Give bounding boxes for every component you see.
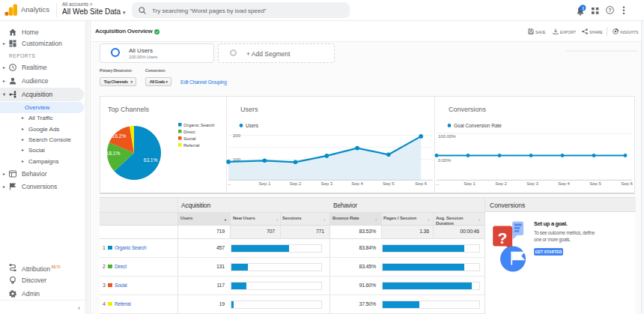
svg-text:Sep 4: Sep 4 xyxy=(558,181,570,186)
svg-text:Social: Social xyxy=(183,136,195,141)
svg-text:200: 200 xyxy=(233,133,241,138)
svg-text:Referral: Referral xyxy=(183,143,199,148)
svg-text:Sep 5: Sep 5 xyxy=(589,181,601,186)
svg-text:Sep 1: Sep 1 xyxy=(259,181,271,186)
svg-text:Sep 6: Sep 6 xyxy=(621,181,633,186)
svg-text:Users: Users xyxy=(246,123,259,128)
svg-text:?: ? xyxy=(498,229,508,247)
svg-text:Sep 5: Sep 5 xyxy=(383,181,395,186)
svg-text:16.2%: 16.2% xyxy=(112,133,127,139)
svg-text:Organic Search: Organic Search xyxy=(183,123,215,127)
svg-text:63.1%: 63.1% xyxy=(144,157,158,163)
svg-text:?: ? xyxy=(609,7,612,13)
svg-text:...: ... xyxy=(435,181,439,186)
svg-text:Sep 4: Sep 4 xyxy=(351,181,363,186)
svg-text:Sep 2: Sep 2 xyxy=(495,181,507,186)
svg-text:Sep 3: Sep 3 xyxy=(526,181,538,186)
svg-text:Sep 2: Sep 2 xyxy=(290,181,302,186)
svg-text:Sep 1: Sep 1 xyxy=(464,181,476,186)
svg-text:Goal Conversion Rate: Goal Conversion Rate xyxy=(454,123,502,128)
svg-text:Sep 3: Sep 3 xyxy=(321,181,332,186)
svg-text:Sep 6: Sep 6 xyxy=(415,181,427,186)
svg-text:100.00%: 100.00% xyxy=(438,134,456,139)
svg-text:0.00%: 0.00% xyxy=(438,158,452,163)
svg-text:Direct: Direct xyxy=(183,130,195,134)
svg-text:18.1%: 18.1% xyxy=(106,151,121,156)
svg-text:...: ... xyxy=(227,181,231,186)
